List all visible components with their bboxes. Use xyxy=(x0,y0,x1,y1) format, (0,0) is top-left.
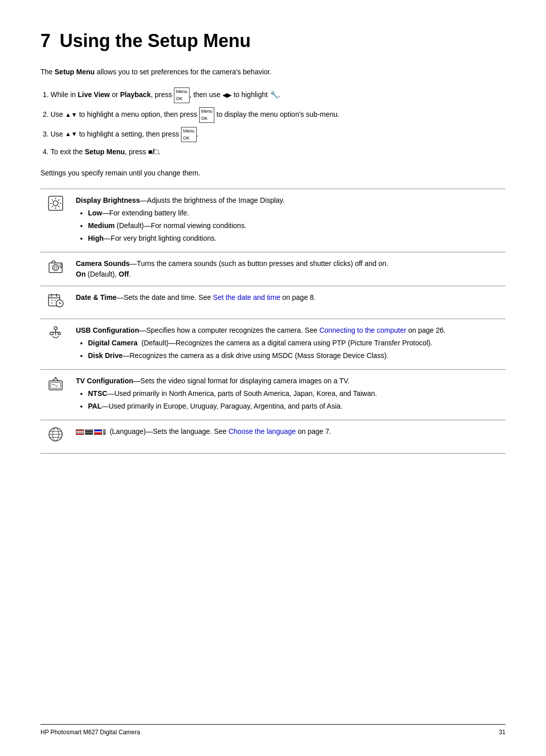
flag-2 xyxy=(85,429,93,435)
flag-1 xyxy=(76,429,84,435)
flag-3 xyxy=(94,429,102,435)
brightness-bullets: Low—For extending battery life. Medium (… xyxy=(88,208,500,244)
settings-note: Settings you specify remain until you ch… xyxy=(40,168,506,179)
chapter-title: Using the Setup Menu xyxy=(60,30,251,52)
svg-line-6 xyxy=(52,199,53,200)
chapter-number: 7 xyxy=(40,30,51,52)
svg-point-27 xyxy=(58,332,61,335)
bullet-medium: Medium (Default)—For normal viewing cond… xyxy=(88,220,500,231)
footer-page-number: 31 xyxy=(499,729,506,736)
svg-point-12 xyxy=(54,266,57,269)
content-cell-date-time: Date & Time—Sets the date and time. See … xyxy=(71,286,506,319)
date-time-icon xyxy=(48,292,64,313)
step-4: To exit the Setup Menu, press ■/□. xyxy=(51,146,506,157)
flag-4 xyxy=(103,429,106,435)
svg-line-9 xyxy=(52,206,53,207)
icon-cell-language xyxy=(40,420,71,453)
icon-cell-brightness xyxy=(40,189,71,252)
tv-icon xyxy=(48,376,64,396)
table-row-language: (Language)—Sets the language. See Choose… xyxy=(40,420,506,453)
date-time-link[interactable]: Set the date and time xyxy=(213,293,280,301)
content-cell-language: (Language)—Sets the language. See Choose… xyxy=(71,420,506,453)
icon-cell-tv xyxy=(40,369,71,420)
footer-product-name: HP Photosmart M627 Digital Camera xyxy=(40,729,140,736)
page-footer: HP Photosmart M627 Digital Camera 31 xyxy=(40,724,506,736)
bullet-ntsc: NTSC—Used primarily in North America, pa… xyxy=(88,388,500,399)
step-2: Use ▲▼ to highlight a menu option, then … xyxy=(51,107,506,123)
settings-table: Display Brightness—Adjusts the brightnes… xyxy=(40,189,506,454)
bullet-pal: PAL—Used primarily in Europe, Uruguay, P… xyxy=(88,401,500,412)
camera-sounds-icon xyxy=(48,258,64,279)
content-cell-brightness: Display Brightness—Adjusts the brightnes… xyxy=(71,189,506,252)
menu-key-3: MenuOK xyxy=(181,127,197,143)
bullet-disk-drive: Disk Drive—Recognizes the camera as a di… xyxy=(88,350,500,361)
language-flags xyxy=(76,427,110,435)
bullet-digital-camera: Digital Camera (Default)—Recognizes the … xyxy=(88,338,500,348)
content-cell-camera-sounds: Camera Sounds—Turns the camera sounds (s… xyxy=(71,252,506,286)
icon-cell-usb xyxy=(40,319,71,369)
language-link[interactable]: Choose the language xyxy=(229,427,296,435)
icon-cell-camera-sounds xyxy=(40,252,71,286)
usb-bullets: Digital Camera (Default)—Recognizes the … xyxy=(88,338,500,361)
icon-cell-date-time xyxy=(40,286,71,319)
bullet-high: High—For very bright lighting conditions… xyxy=(88,233,500,244)
camera-sounds-title: Camera Sounds—Turns the camera sounds (s… xyxy=(76,259,388,268)
usb-description: USB Configuration—Specifies how a comput… xyxy=(76,326,445,334)
svg-line-7 xyxy=(58,206,59,207)
svg-point-31 xyxy=(55,377,57,378)
lr-arrows-1: ◀▶ xyxy=(222,91,232,100)
brightness-title: Display Brightness—Adjusts the brightnes… xyxy=(76,196,285,204)
page-title: 7 Using the Setup Menu xyxy=(40,30,506,52)
table-row-tv: TV Configuration—Sets the video signal f… xyxy=(40,369,506,420)
ud-arrows-3: ▲▼ xyxy=(65,129,77,139)
bullet-low: Low—For extending battery life. xyxy=(88,208,500,218)
table-row-date-time: Date & Time—Sets the date and time. See … xyxy=(40,286,506,319)
svg-point-11 xyxy=(53,264,59,271)
step-3: Use ▲▼ to highlight a setting, then pres… xyxy=(51,127,506,143)
table-row-camera-sounds: Camera Sounds—Turns the camera sounds (s… xyxy=(40,252,506,286)
content-cell-tv: TV Configuration—Sets the video signal f… xyxy=(71,369,506,420)
svg-rect-26 xyxy=(50,332,53,335)
date-time-description: Date & Time—Sets the date and time. See … xyxy=(76,293,316,301)
svg-line-8 xyxy=(58,199,59,200)
language-icon xyxy=(48,426,64,447)
step-1: While in Live View or Playback, press Me… xyxy=(51,87,506,103)
ud-arrows-2: ▲▼ xyxy=(65,110,77,120)
steps-list: While in Live View or Playback, press Me… xyxy=(51,87,506,158)
camera-sounds-default: On (Default), Off. xyxy=(76,270,131,278)
content-cell-usb: USB Configuration—Specifies how a comput… xyxy=(71,319,506,369)
menu-key-2: MenuOK xyxy=(199,107,215,123)
usb-icon xyxy=(48,325,64,345)
table-row-brightness: Display Brightness—Adjusts the brightnes… xyxy=(40,189,506,252)
tv-bullets: NTSC—Used primarily in North America, pa… xyxy=(88,388,500,412)
intro-paragraph: The Setup Menu allows you to set prefere… xyxy=(40,67,506,77)
display-brightness-icon xyxy=(48,195,64,215)
tv-description: TV Configuration—Sets the video signal f… xyxy=(76,377,350,385)
menu-key-1: MenuOK xyxy=(174,87,190,103)
svg-point-23 xyxy=(54,327,57,330)
table-row-usb: USB Configuration—Specifies how a comput… xyxy=(40,319,506,369)
language-description: (Language)—Sets the language. See Choose… xyxy=(110,427,331,435)
svg-point-1 xyxy=(53,201,58,206)
usb-link[interactable]: Connecting to the computer xyxy=(320,326,406,334)
